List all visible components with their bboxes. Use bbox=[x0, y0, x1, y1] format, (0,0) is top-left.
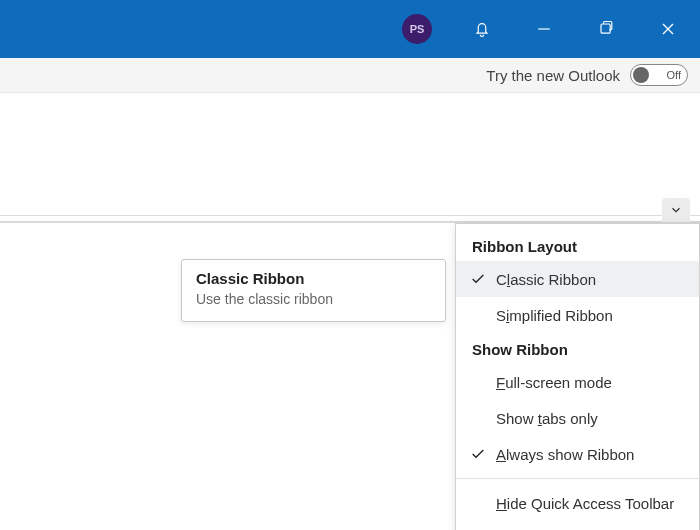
menu-item-label: Classic Ribbon bbox=[496, 271, 596, 288]
ribbon-divider bbox=[0, 215, 700, 216]
menu-item-always-show[interactable]: Always show Ribbon bbox=[456, 436, 699, 472]
ribbon-options-button[interactable] bbox=[662, 198, 690, 222]
check-icon bbox=[470, 271, 486, 287]
toggle-state-label: Off bbox=[667, 69, 681, 81]
menu-heading-layout: Ribbon Layout bbox=[456, 230, 699, 261]
ribbon-options-menu: Ribbon Layout Classic Ribbon Simplified … bbox=[455, 223, 700, 530]
menu-heading-show: Show Ribbon bbox=[456, 333, 699, 364]
try-outlook-strip: Try the new Outlook Off bbox=[0, 58, 700, 93]
toggle-knob bbox=[633, 67, 649, 83]
menu-item-label: Hide Quick Access Toolbar bbox=[496, 495, 674, 512]
try-outlook-toggle[interactable]: Off bbox=[630, 64, 688, 86]
menu-item-label: Full-screen mode bbox=[496, 374, 612, 391]
menu-item-label: Show tabs only bbox=[496, 410, 598, 427]
menu-item-label: Always show Ribbon bbox=[496, 446, 634, 463]
menu-item-label: Simplified Ribbon bbox=[496, 307, 613, 324]
close-button[interactable] bbox=[646, 7, 690, 51]
menu-item-classic-ribbon[interactable]: Classic Ribbon bbox=[456, 261, 699, 297]
svg-rect-1 bbox=[601, 24, 610, 33]
menu-item-fullscreen[interactable]: Full-screen mode bbox=[456, 364, 699, 400]
title-bar: PS bbox=[0, 0, 700, 58]
tooltip-title: Classic Ribbon bbox=[196, 270, 431, 287]
menu-item-tabs-only[interactable]: Show tabs only bbox=[456, 400, 699, 436]
tooltip: Classic Ribbon Use the classic ribbon bbox=[181, 259, 446, 322]
minimize-button[interactable] bbox=[522, 7, 566, 51]
maximize-button[interactable] bbox=[584, 7, 628, 51]
notification-bell-icon[interactable] bbox=[460, 7, 504, 51]
try-outlook-label: Try the new Outlook bbox=[486, 67, 620, 84]
chevron-down-icon bbox=[669, 203, 683, 217]
menu-divider bbox=[456, 478, 699, 479]
avatar[interactable]: PS bbox=[402, 14, 432, 44]
tooltip-desc: Use the classic ribbon bbox=[196, 291, 431, 307]
menu-item-simplified-ribbon[interactable]: Simplified Ribbon bbox=[456, 297, 699, 333]
ribbon-area bbox=[0, 93, 700, 223]
menu-item-hide-qat[interactable]: Hide Quick Access Toolbar bbox=[456, 485, 699, 521]
content-area: Classic Ribbon Use the classic ribbon Ri… bbox=[0, 223, 700, 530]
check-icon bbox=[470, 446, 486, 462]
